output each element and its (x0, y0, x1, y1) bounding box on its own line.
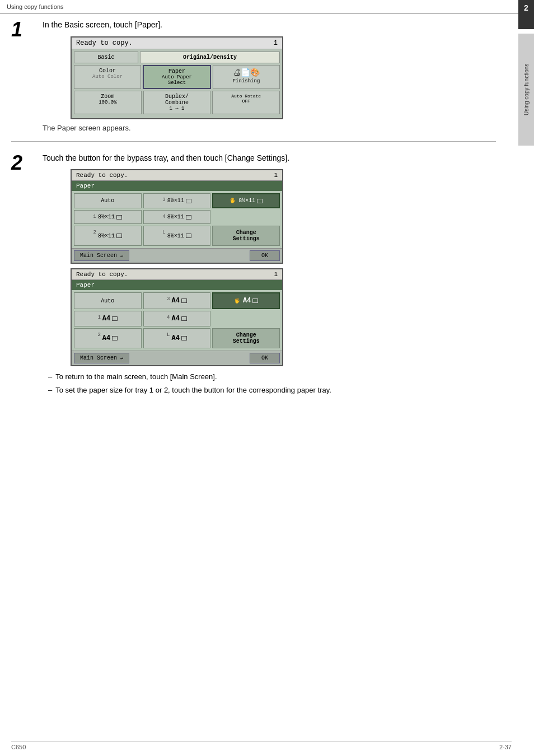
step-1-sub: The Paper screen appears. (43, 124, 496, 132)
bullet-1: – To return to the main screen, touch [M… (48, 372, 496, 382)
page-label: Using copy functions (7, 3, 64, 10)
bullet-dash-1: – (48, 372, 52, 382)
bullet-2: – To set the paper size for tray 1 or 2,… (48, 385, 496, 395)
paper-title-bar-2: Ready to copy. 1 (72, 269, 282, 280)
screen-row-header: Basic Original/Density (74, 52, 280, 63)
paper-cell-4-1[interactable]: 4 8½×11 (143, 210, 211, 224)
side-label: Using copy functions (518, 34, 534, 146)
screen-title-bar-1: Ready to copy. 1 (72, 38, 282, 49)
screen-count-1: 1 (274, 39, 278, 47)
main-screen-btn-1[interactable]: Main Screen ↵ (74, 250, 129, 261)
bullet-text-1: To return to the main screen, touch [Mai… (55, 372, 217, 382)
paper-title-bar-1: Ready to copy. 1 (72, 170, 282, 181)
paper-cell-4-2[interactable]: 4 A4 (143, 311, 211, 326)
paper-cell-3-1[interactable]: 3 8½×11 (143, 193, 211, 208)
auto-cell-2[interactable]: Auto (74, 292, 142, 309)
footer-left: C650 (11, 744, 26, 750)
finishing-icons: 🖨📄🎨 (233, 68, 260, 77)
paper-cell-3-2[interactable]: 3 A4 (143, 292, 211, 309)
original-density-btn[interactable]: Original/Density (140, 52, 280, 63)
paper-cell-2-1[interactable]: 2 8½×11 (74, 226, 142, 246)
basic-tab[interactable]: Basic (74, 52, 138, 63)
bypass-icon-2: 🖐 (234, 298, 240, 304)
zoom-cell[interactable]: Zoom 100.0% (74, 91, 142, 114)
change-settings-btn-2[interactable]: ChangeSettings (212, 328, 280, 348)
paper-cell-1-2[interactable]: 1 A4 (74, 311, 142, 326)
tray-icon (116, 215, 122, 220)
paper-cell-2-2[interactable]: 2 A4 (74, 328, 142, 348)
step-1: 1 In the Basic screen, touch [Paper]. Re… (11, 20, 496, 142)
step-2-content: Touch the button for the bypass tray, an… (43, 153, 496, 399)
finishing-cell[interactable]: 🖨📄🎨 Finishing (213, 65, 280, 89)
screen-row-2: Zoom 100.0% Duplex/Combine 1 → 1 Auto Ro… (74, 91, 280, 114)
paper-cell-L-2[interactable]: L A4 (143, 328, 211, 348)
step-2-text: Touch the button for the bypass tray, an… (43, 153, 496, 164)
step-1-text: In the Basic screen, touch [Paper]. (43, 20, 496, 31)
step-2: 2 Touch the button for the bypass tray, … (11, 153, 496, 408)
ok-btn-2[interactable]: OK (250, 353, 280, 363)
chapter-tab: 2 (518, 0, 534, 29)
tray-icon (186, 234, 191, 238)
paper-screen-2: Ready to copy. 1 Paper Auto 3 A4 (71, 268, 283, 366)
step-1-content: In the Basic screen, touch [Paper]. Read… (43, 20, 496, 132)
empty-cell-2 (212, 311, 280, 326)
ok-btn-1[interactable]: OK (250, 250, 280, 261)
tray-icon-bypass-2 (252, 298, 258, 303)
bypass-cell-1[interactable]: 🖐 8½×11 (212, 193, 280, 208)
screen-row-1: Color Auto Color Paper Auto PaperSelect (74, 65, 280, 89)
screen-body-1: Basic Original/Density Color Auto Color … (72, 49, 282, 118)
paper-screen-count-1: 1 (274, 172, 278, 179)
bypass-cell-2[interactable]: 🖐 A4 (212, 292, 280, 309)
bypass-icon: 🖐 (229, 198, 236, 204)
footer-bar: C650 2-37 (11, 741, 512, 750)
bullet-text-2: To set the paper size for tray 1 or 2, t… (55, 385, 331, 395)
tray-icon (186, 199, 191, 203)
main-screen-btn-2[interactable]: Main Screen ↵ (74, 353, 129, 363)
paper-header-2: Paper (72, 280, 282, 290)
tray-icon (116, 234, 122, 238)
paper-header-1: Paper (72, 181, 282, 191)
empty-cell-1 (212, 210, 280, 224)
color-cell[interactable]: Color Auto Color (74, 65, 141, 89)
top-bar: Using copy functions (0, 0, 534, 14)
bullet-dash-2: – (48, 385, 52, 395)
auto-rotate-cell[interactable]: Auto RotateOFF (212, 91, 280, 114)
tray-icon (112, 336, 118, 340)
tray-icon (181, 298, 187, 303)
paper-screen-title-1: Ready to copy. (76, 172, 128, 179)
auto-cell-1[interactable]: Auto (74, 193, 142, 208)
change-settings-btn-1[interactable]: ChangeSettings (212, 226, 280, 246)
paper-grid-1: Auto 3 8½×11 🖐 8½×11 (72, 191, 282, 248)
paper-bottom-2: Main Screen ↵ OK (72, 351, 282, 365)
paper-cell-1-1[interactable]: 1 8½×11 (74, 210, 142, 224)
tray-icon-bypass (257, 199, 263, 203)
tray-icon (181, 336, 187, 340)
step-number-1: 1 (11, 20, 34, 132)
paper-grid-2: Auto 3 A4 🖐 A4 (72, 290, 282, 351)
paper-screen-count-2: 1 (274, 271, 278, 278)
tray-icon (186, 215, 191, 220)
screen-title-1: Ready to copy. (76, 39, 133, 47)
screen-mockup-1: Ready to copy. 1 Basic Original/Density … (71, 36, 283, 119)
duplex-cell[interactable]: Duplex/Combine 1 → 1 (143, 91, 211, 114)
bullet-list: – To return to the main screen, touch [M… (48, 372, 496, 395)
paper-screen-1: Ready to copy. 1 Paper Auto 3 8½×11 (71, 169, 283, 264)
paper-screen-title-2: Ready to copy. (76, 271, 128, 278)
tray-icon (181, 316, 187, 321)
paper-cell-L-1[interactable]: L 8½×11 (143, 226, 211, 246)
tray-icon (112, 316, 118, 321)
paper-cell[interactable]: Paper Auto PaperSelect (143, 65, 211, 89)
footer-right: 2-37 (499, 744, 512, 750)
paper-bottom-1: Main Screen ↵ OK (72, 248, 282, 263)
step-number-2: 2 (11, 153, 34, 399)
